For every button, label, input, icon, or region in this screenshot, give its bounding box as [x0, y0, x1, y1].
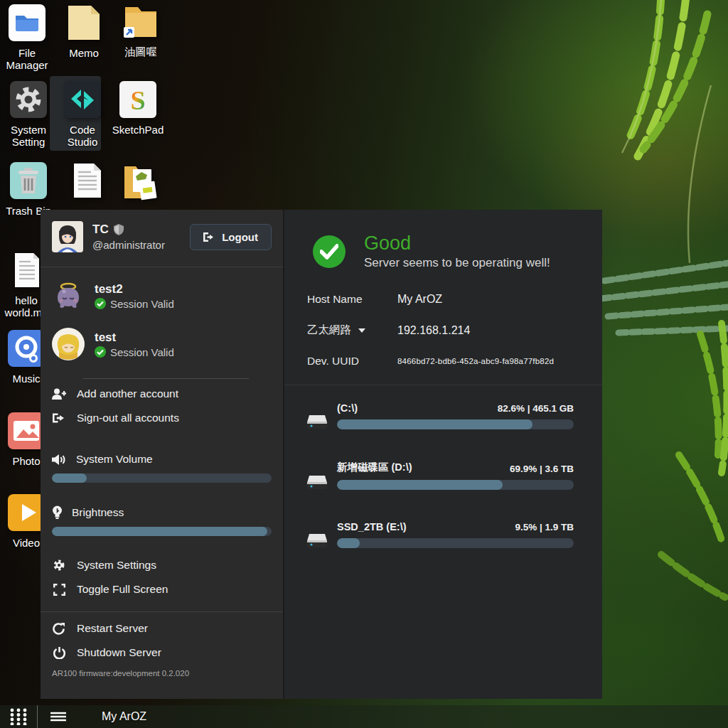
disk-row-e: SSD_2TB (E:\) 9.5% | 1.9 TB [284, 508, 602, 555]
desktop-icon-label: System Setting [0, 124, 57, 148]
desktop-icon-label: Memo [55, 47, 112, 59]
disk-usage-bar [337, 538, 574, 548]
restart-server-label: Restart Server [77, 622, 148, 635]
document-icon [67, 161, 107, 200]
add-account-item[interactable]: Add another account [41, 382, 283, 406]
restart-server-item[interactable]: Restart Server [41, 616, 283, 641]
signout-all-label: Sign-out all accounts [77, 412, 179, 424]
hard-drive-icon [306, 532, 328, 550]
account-name: test [95, 331, 174, 345]
account-status: Session Valid [110, 298, 174, 310]
info-row-network: 乙太網路 192.168.1.214 [307, 323, 602, 338]
brightness-fill [52, 527, 267, 536]
brightness-slider[interactable] [52, 527, 272, 536]
desktop-icon-sketchpad[interactable]: S SketchPad [109, 80, 166, 136]
desktop-icon-label: 油圖喔 [112, 46, 169, 58]
desktop-icon-system-setting[interactable]: System Setting [0, 80, 57, 148]
divider [41, 267, 283, 267]
desktop-icon-code-studio[interactable]: Code Studio [54, 80, 111, 148]
info-value: My ArOZ [397, 293, 442, 306]
brightness-label: Brightness [72, 506, 124, 519]
info-row-hostname: Host Name My ArOZ [307, 293, 602, 306]
speaker-icon [52, 454, 67, 466]
sketchpad-icon: S [118, 80, 158, 119]
memo-icon [64, 3, 104, 43]
account-info: test2 Session Valid [95, 282, 174, 310]
disk-row-c: (C:\) 82.6% | 465.1 GB [284, 390, 602, 437]
disk-name: 新增磁碟區 (D:\) [337, 461, 412, 474]
desktop-icon-memo[interactable]: Memo [55, 3, 112, 59]
signout-all-item[interactable]: Sign-out all accounts [41, 406, 283, 430]
divider [284, 385, 602, 385]
divider [83, 378, 249, 379]
shortcut-folder-icon [121, 1, 161, 41]
photos-folder-icon [119, 161, 159, 200]
desktop-icon-shortcut-folder[interactable]: 油圖喔 [112, 1, 169, 58]
info-row-uuid: Dev. UUID 8466bd72-bdb6-452a-abc9-fa98a7… [307, 355, 602, 368]
disk-usage: 69.9% | 3.6 TB [510, 464, 574, 474]
file-manager-icon [7, 3, 47, 43]
trash-icon [9, 161, 48, 200]
volume-slider[interactable] [52, 473, 272, 483]
system-setting-icon [9, 80, 48, 119]
disk-usage-fill [337, 419, 532, 429]
svg-text:S: S [130, 85, 145, 115]
logout-button[interactable]: Logout [190, 224, 272, 250]
code-studio-icon [63, 80, 102, 119]
gear-icon [53, 559, 65, 572]
disk-usage-fill [337, 480, 503, 490]
disk-usage-fill [337, 538, 360, 548]
disk-usage-bar [337, 480, 574, 490]
volume-block: System Volume [41, 449, 283, 484]
desktop-icon-file-manager[interactable]: File Manager [0, 3, 55, 71]
logout-icon [203, 232, 215, 242]
status-check-icon [313, 235, 346, 268]
server-info: Host Name My ArOZ 乙太網路 192.168.1.214 Dev… [284, 277, 602, 368]
server-status-panel: Good Server seems to be operating well! … [283, 210, 602, 699]
app-launcher-button[interactable] [0, 705, 37, 728]
status-state: Good [364, 232, 550, 255]
status-header: Good Server seems to be operating well! [284, 210, 602, 277]
info-value: 8466bd72-bdb6-452a-abc9-fa98a77fb82d [397, 357, 554, 365]
toggle-fullscreen-label: Toggle Full Screen [77, 583, 168, 596]
hard-drive-icon [306, 414, 328, 431]
desktop-icon-label: Code Studio [54, 124, 111, 148]
avatar [52, 221, 83, 252]
volume-fill [52, 473, 87, 483]
account-info: test Session Valid [95, 331, 174, 358]
taskbar: My ArOZ [0, 705, 728, 728]
restart-icon [53, 623, 65, 635]
admin-shield-icon [114, 224, 124, 235]
brightness-block: Brightness [41, 501, 283, 537]
toggle-fullscreen-item[interactable]: Toggle Full Screen [41, 577, 283, 601]
add-user-icon [52, 388, 66, 400]
taskbar-title: My ArOZ [102, 710, 146, 723]
user-header: TC @administrator Logout [41, 210, 283, 262]
session-valid-icon [95, 346, 106, 358]
disk-usage: 82.6% | 465.1 GB [498, 403, 574, 414]
user-identity: TC @administrator [92, 223, 190, 251]
account-avatar [52, 328, 85, 360]
account-row-test2[interactable]: test2 Session Valid [41, 272, 283, 320]
system-settings-label: System Settings [77, 559, 156, 572]
desktop-icon-photos-folder[interactable] [110, 161, 167, 205]
account-status: Session Valid [110, 346, 174, 358]
desktop-icon-label: File Manager [0, 47, 55, 71]
add-account-label: Add another account [77, 387, 178, 400]
shutdown-server-label: Shutdown Server [77, 646, 161, 659]
status-message: Server seems to be operating well! [364, 256, 550, 270]
network-dropdown[interactable]: 乙太網路 [307, 323, 397, 338]
disk-name: SSD_2TB (E:\) [337, 521, 407, 532]
desktop-icon-trash[interactable]: Trash Bin [0, 161, 57, 217]
signout-icon [53, 412, 65, 424]
account-row-test[interactable]: test Session Valid [41, 320, 283, 368]
disk-name: (C:\) [337, 402, 358, 414]
account-avatar [52, 279, 85, 312]
logout-label: Logout [222, 231, 258, 243]
system-settings-item[interactable]: System Settings [41, 553, 283, 577]
info-value: 192.168.1.214 [397, 324, 470, 337]
menu-button[interactable] [38, 705, 79, 728]
desktop-icon-document[interactable] [58, 161, 115, 205]
disk-usage: 9.5% | 1.9 TB [515, 522, 574, 532]
shutdown-server-item[interactable]: Shutdown Server [41, 641, 283, 665]
